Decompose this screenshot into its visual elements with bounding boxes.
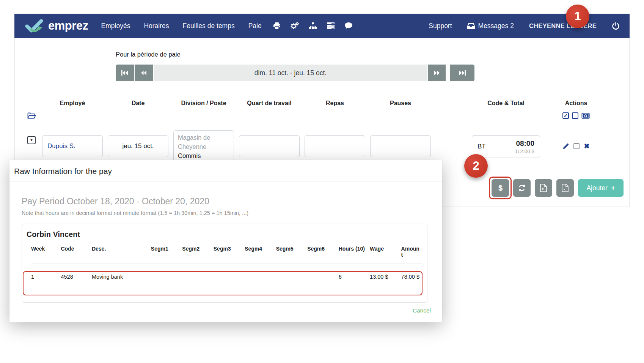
pay-period-heading: Pay Period October 18, 2020 - October 20… (22, 196, 428, 207)
decimal-format-note: Note that hours are in decimal format no… (22, 210, 428, 216)
total-time: 08:00 (515, 139, 534, 148)
raw-table-header-row: Week Code Desc. Segm1 Segm2 Segm3 Segm4 … (31, 245, 423, 264)
col-header-quart: Quart de travail (239, 100, 300, 108)
raw-cell-segm1 (151, 264, 182, 290)
raw-col-wage: Wage (370, 245, 401, 264)
poste-label: Commis (178, 152, 229, 161)
modal-header: Raw Information for the pay (9, 160, 442, 182)
code-label: BT (478, 143, 486, 150)
code-total-cell[interactable]: BT 08:00 112.00 $ (472, 135, 540, 158)
raw-cell-segm6 (307, 264, 338, 290)
col-header-pauses: Pauses (370, 100, 431, 108)
raw-col-segm3: Segm3 (214, 245, 245, 264)
messages-link[interactable]: Messages 2 (467, 22, 514, 30)
raw-col-hours: Hours (10) (339, 245, 370, 264)
header-action-icons: ✓ (546, 112, 606, 119)
quart-cell[interactable] (239, 135, 300, 157)
col-header-code-total: Code & Total (472, 100, 540, 108)
period-previous-button[interactable] (135, 65, 153, 81)
ajouter-label: Ajouter (586, 184, 607, 192)
money-bill-icon[interactable] (581, 113, 590, 119)
server-stack-icon[interactable] (327, 22, 335, 30)
raw-cell-week: 1 (31, 264, 61, 290)
caret-square-down-icon[interactable]: ▼ (27, 136, 36, 144)
annotation-badge-2: 2 (464, 154, 488, 178)
raw-cell-hours: 6 (339, 264, 370, 290)
edit-pencil-icon[interactable] (562, 143, 569, 150)
emprez-check-logo-icon (24, 19, 45, 33)
col-header-actions: Actions (546, 100, 606, 108)
employee-pay-card: Corbin Vincent Week Code Desc. Segm1 (22, 224, 427, 303)
raw-table-data-row: 1 4528 Moving bank 6 13.00 $ 78.00 $ (31, 264, 423, 290)
raw-pay-modal: Raw Information for the pay Pay Period O… (9, 160, 442, 322)
division-line2: Cheyenne (178, 142, 229, 152)
raw-cell-segm3 (214, 264, 245, 290)
brand-logo[interactable]: emprez (24, 19, 88, 33)
power-logout-icon[interactable] (612, 22, 620, 30)
period-last-button[interactable] (450, 65, 474, 81)
col-header-repas: Repas (305, 100, 365, 108)
raw-col-code: Code (61, 245, 91, 264)
table-top-divider (15, 96, 629, 96)
raw-col-desc: Desc. (92, 245, 151, 264)
nav-item-horaires[interactable]: Horaires (144, 22, 169, 30)
messages-label: Messages 2 (478, 22, 514, 30)
cancel-button[interactable]: Cancel (413, 307, 431, 314)
employee-cell[interactable]: Dupuis S. (42, 135, 103, 157)
raw-cell-segm5 (276, 264, 307, 290)
period-next-button[interactable] (428, 65, 446, 81)
refresh-button[interactable] (513, 179, 531, 197)
open-folder-icon[interactable] (27, 112, 36, 119)
pay-period-selector: dim. 11 oct. - jeu. 15 oct. (116, 65, 474, 81)
modal-footer: Cancel (413, 307, 431, 314)
division-line1: Magasin de (178, 133, 229, 142)
modal-title: Raw Information for the pay (14, 167, 436, 176)
col-header-division: Division / Poste (173, 100, 234, 108)
export-pdf-button[interactable]: P (535, 179, 552, 197)
raw-cell-amount: 78.00 $ (401, 264, 423, 290)
row-actions: ✖ (546, 143, 606, 150)
raw-col-segm5: Segm5 (276, 245, 307, 264)
delete-x-icon[interactable]: ✖ (584, 143, 589, 150)
col-header-employe: Employé (42, 100, 103, 108)
toolbar: $ P x (492, 179, 624, 197)
nav-item-feuilles-de-temps[interactable]: Feuilles de temps (183, 22, 235, 30)
sitemap-icon[interactable] (309, 22, 317, 30)
plus-icon: + (611, 184, 615, 192)
nav-item-paie[interactable]: Paie (248, 22, 262, 30)
dollar-button-highlight: $ (492, 179, 509, 197)
raw-col-segm6: Segm6 (307, 245, 338, 264)
raw-cell-desc: Moving bank (92, 264, 151, 290)
export-excel-button[interactable]: x (556, 179, 574, 197)
svg-text:P: P (542, 188, 544, 191)
raw-cell-segm4 (245, 264, 276, 290)
nav-item-support[interactable]: Support (429, 22, 452, 30)
raw-col-segm2: Segm2 (182, 245, 213, 264)
modal-body: Pay Period October 18, 2020 - October 20… (9, 182, 442, 303)
raw-col-segm4: Segm4 (245, 245, 276, 264)
row-checkbox[interactable] (573, 143, 580, 149)
deselect-all-checkbox-icon[interactable] (572, 112, 578, 119)
settings-cogs-icon[interactable] (290, 22, 299, 30)
raw-cell-segm2 (182, 264, 213, 290)
pauses-cell[interactable] (370, 135, 431, 157)
inbox-icon (467, 23, 475, 29)
raw-pay-dollar-button[interactable]: $ (492, 179, 509, 197)
nav-item-employes[interactable]: Employés (101, 22, 130, 30)
period-label: Pour la période de paie (116, 51, 181, 58)
printer-icon[interactable] (273, 22, 281, 30)
period-value[interactable]: dim. 11 oct. - jeu. 15 oct. (154, 65, 427, 81)
svg-text:x: x (564, 188, 565, 191)
nav-icon-group (273, 22, 353, 30)
repas-cell[interactable] (305, 135, 365, 157)
period-first-button[interactable] (116, 65, 134, 81)
raw-col-amount: Amount (401, 245, 423, 264)
date-cell[interactable]: jeu. 15 oct. (108, 135, 168, 157)
ajouter-button[interactable]: Ajouter + (578, 179, 624, 197)
select-all-checkbox-icon[interactable]: ✓ (562, 112, 569, 119)
col-header-date: Date (108, 100, 168, 108)
raw-col-week: Week (31, 245, 61, 264)
navbar: emprez Employés Horaires Feuilles de tem… (14, 14, 630, 38)
chat-bubble-icon[interactable] (344, 22, 353, 30)
nav-links: Employés Horaires Feuilles de temps Paie (101, 22, 262, 30)
